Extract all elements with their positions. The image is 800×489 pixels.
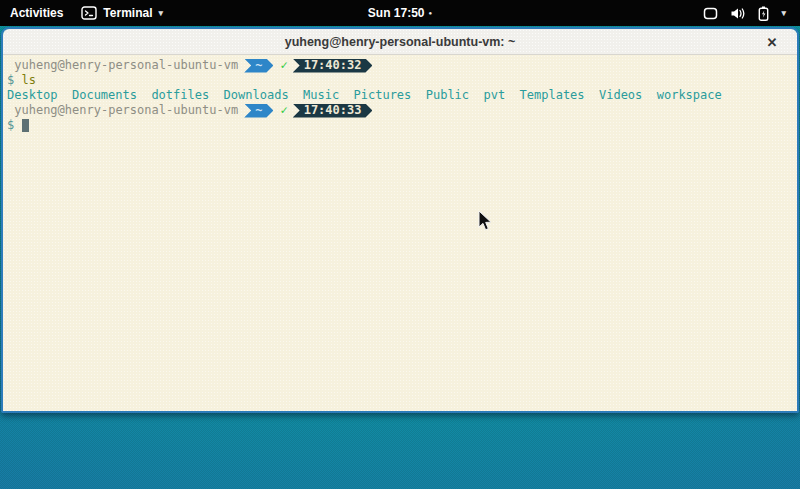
prompt-time-segment: 17:40:32 — [293, 59, 373, 73]
status-check-icon: ✓ — [280, 103, 287, 118]
notification-dot-icon: ● — [429, 10, 433, 16]
battery-charging-icon — [758, 6, 769, 21]
system-status-area[interactable]: ▾ — [703, 6, 800, 21]
prompt-line: yuheng@henry-personal-ubuntu-vm ~ ✓ 17:4… — [7, 103, 793, 118]
terminal-app-icon — [81, 6, 97, 20]
prompt-indent — [7, 58, 14, 73]
app-menu-caret-icon: ▾ — [158, 8, 163, 18]
dir-entry: Templates — [520, 88, 585, 103]
window-titlebar[interactable]: yuheng@henry-personal-ubuntu-vm: ~ ✕ — [3, 29, 797, 55]
text-cursor — [22, 119, 29, 132]
current-command-line[interactable]: $ — [7, 118, 793, 133]
ls-output-line: Desktop Documents dotfiles Downloads Mus… — [7, 88, 793, 103]
clock-label: Sun 17:50 — [368, 6, 425, 20]
dir-entry: Videos — [599, 88, 642, 103]
window-title: yuheng@henry-personal-ubuntu-vm: ~ — [285, 35, 516, 49]
activities-button[interactable]: Activities — [10, 6, 63, 20]
volume-icon — [730, 7, 746, 20]
close-icon[interactable]: ✕ — [761, 29, 783, 55]
app-menu-label: Terminal — [103, 6, 152, 20]
app-menu-terminal[interactable]: Terminal ▾ — [81, 6, 163, 20]
dir-entry: pvt — [483, 88, 505, 103]
command-text: ls — [21, 73, 35, 88]
prompt-time-segment: 17:40:33 — [293, 104, 373, 118]
terminal-pane[interactable]: yuheng@henry-personal-ubuntu-vm ~ ✓ 17:4… — [3, 55, 797, 411]
command-line: $ ls — [7, 73, 793, 88]
prompt-indent — [7, 103, 14, 118]
dir-entry: Documents — [72, 88, 137, 103]
prompt-path-segment: ~ — [244, 59, 273, 73]
status-check-icon: ✓ — [280, 58, 287, 73]
system-menu-caret-icon: ▾ — [781, 8, 786, 18]
prompt-user-host: yuheng@henry-personal-ubuntu-vm — [14, 103, 238, 118]
prompt-path-segment: ~ — [244, 104, 273, 118]
gnome-top-bar: Activities Terminal ▾ Sun 17:50 ● — [0, 0, 800, 26]
dir-entry: Pictures — [354, 88, 412, 103]
terminal-window: yuheng@henry-personal-ubuntu-vm: ~ ✕ yuh… — [1, 27, 799, 413]
prompt-line: yuheng@henry-personal-ubuntu-vm ~ ✓ 17:4… — [7, 58, 793, 73]
dir-entry: Downloads — [224, 88, 289, 103]
dir-entry: Music — [303, 88, 339, 103]
screen-share-icon — [703, 7, 718, 20]
prompt-symbol: $ — [7, 118, 14, 133]
prompt-user-host: yuheng@henry-personal-ubuntu-vm — [14, 58, 238, 73]
dir-entry: Desktop — [7, 88, 58, 103]
dir-entry: dotfiles — [151, 88, 209, 103]
prompt-symbol: $ — [7, 73, 14, 88]
dir-entry: workspace — [657, 88, 722, 103]
dir-entry: Public — [426, 88, 469, 103]
clock-button[interactable]: Sun 17:50 ● — [368, 6, 432, 20]
